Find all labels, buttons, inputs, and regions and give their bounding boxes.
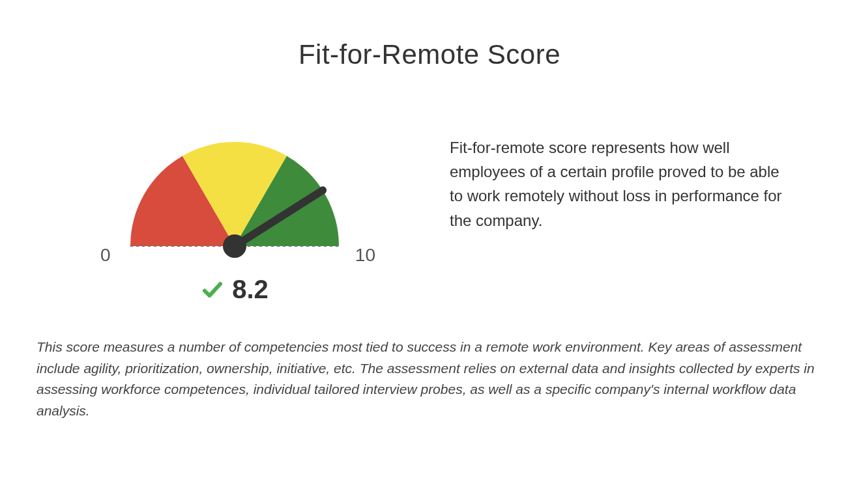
score-row: 8.2 <box>98 275 371 304</box>
gauge-scale-max: 10 <box>355 245 375 266</box>
svg-point-1 <box>223 234 246 258</box>
check-icon <box>201 278 224 301</box>
footnote-text: This score measures a number of competen… <box>33 337 826 421</box>
gauge-scale-min: 0 <box>100 245 111 266</box>
description-text: Fit-for-remote score represents how well… <box>450 129 787 232</box>
page-title: Fit-for-Remote Score <box>33 39 826 70</box>
gauge-chart: 0 10 <box>98 129 371 266</box>
gauge-svg <box>117 129 352 259</box>
score-value: 8.2 <box>232 275 269 304</box>
gauge-section: 0 10 8.2 <box>98 129 371 304</box>
content-row: 0 10 8.2 Fit-for-remote score represents… <box>33 129 826 304</box>
